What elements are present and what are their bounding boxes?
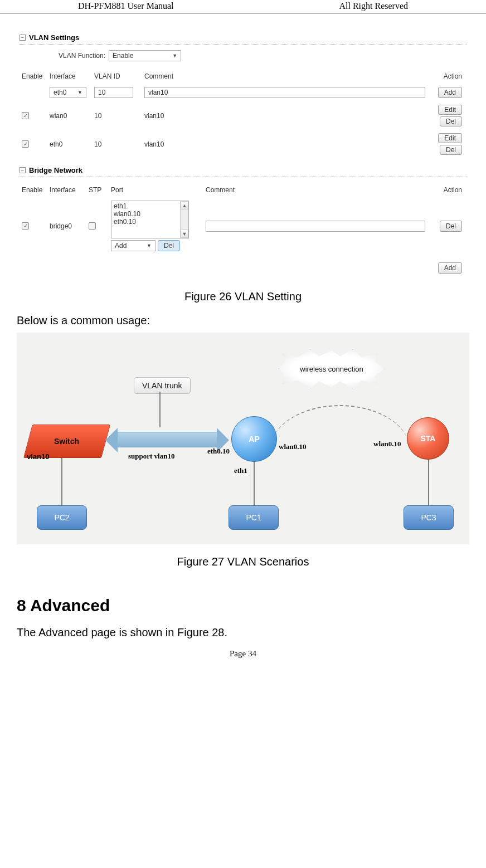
del-port-button[interactable]: Del: [158, 240, 180, 251]
wlan0-10-right-label: wlan0.10: [373, 440, 401, 448]
del-button[interactable]: Del: [440, 116, 462, 126]
port-item[interactable]: wlan0.10: [114, 210, 186, 218]
vlan-function-select[interactable]: Enable ▼: [109, 50, 181, 61]
vlan10-label: vlan10: [27, 452, 49, 461]
header-left: DH-PFM881 User Manual: [78, 1, 174, 11]
del-bridge-button[interactable]: Del: [440, 221, 462, 232]
collapse-icon: −: [20, 167, 26, 173]
vlan-settings-expander[interactable]: − VLAN Settings: [20, 33, 466, 42]
row-vlan-id: 10: [92, 130, 142, 158]
connector-line: [254, 462, 255, 505]
stp-checkbox[interactable]: [89, 222, 96, 230]
vlan-trunk-callout: VLAN trunk: [134, 377, 191, 394]
chevron-down-icon: ▼: [77, 90, 82, 95]
vlan-function-value: Enable: [113, 52, 133, 60]
edit-button[interactable]: Edit: [438, 133, 462, 143]
col-action: Action: [427, 69, 466, 84]
row-vlan-id: 10: [92, 101, 142, 130]
bridge-title: Bridge Network: [29, 166, 82, 174]
col-port: Port: [109, 183, 203, 197]
row-comment: vlan10: [142, 101, 427, 130]
arrow-up-icon: ▲: [181, 201, 188, 209]
enable-checkbox[interactable]: ✓: [22, 222, 29, 230]
page-footer: Page 34: [17, 649, 469, 659]
eth1-label: eth1: [234, 466, 247, 475]
port-item[interactable]: eth0.10: [114, 218, 186, 226]
collapse-icon: −: [20, 35, 26, 41]
add-port-value: Add: [115, 242, 127, 250]
new-interface-value: eth0: [54, 89, 66, 96]
row-interface: wlan0: [47, 101, 92, 130]
pc1-node: PC1: [229, 505, 279, 530]
usage-intro-text: Below is a common usage:: [17, 314, 469, 327]
figure-26-caption: Figure 26 VLAN Setting: [17, 290, 469, 303]
col-stp: STP: [86, 183, 109, 197]
double-arrow-icon: [117, 432, 217, 447]
chevron-down-icon: ▼: [172, 53, 177, 58]
enable-checkbox[interactable]: ✓: [22, 112, 29, 119]
new-vlan-id-input[interactable]: 10: [94, 87, 133, 98]
vlan-function-row: VLAN Function: Enable ▼: [59, 50, 466, 61]
divider: [20, 44, 466, 45]
col-enable: Enable: [20, 69, 47, 84]
edit-button[interactable]: Edit: [438, 105, 462, 115]
page-header: DH-PFM881 User Manual All Right Reserved: [0, 0, 486, 13]
vlan-settings-title: VLAN Settings: [29, 33, 79, 42]
chevron-down-icon: ▼: [147, 243, 152, 248]
pointer-line: [159, 392, 161, 427]
add-bridge-row: Add: [20, 262, 466, 274]
col-comment: Comment: [142, 69, 427, 84]
divider: [20, 177, 466, 177]
bridge-comment-input[interactable]: [206, 221, 425, 232]
figure-27-caption: Figure 27 VLAN Scenarios: [17, 555, 469, 568]
section-8-text: The Advanced page is shown in Figure 28.: [17, 626, 469, 639]
bridge-table: Enable Interface STP Port Comment Action…: [20, 183, 466, 255]
bridge-expander[interactable]: − Bridge Network: [20, 166, 466, 174]
col-interface: Interface: [47, 69, 92, 84]
port-listbox[interactable]: eth1 wlan0.10 eth0.10 ▲ ▼: [111, 201, 189, 238]
header-right: All Right Reserved: [339, 1, 408, 11]
ap-node: AP: [231, 416, 277, 462]
vlan-function-label: VLAN Function:: [59, 52, 105, 60]
enable-checkbox[interactable]: ✓: [22, 140, 29, 148]
col-interface: Interface: [47, 183, 86, 197]
add-vlan-button[interactable]: Add: [438, 87, 462, 98]
scrollbar[interactable]: ▲ ▼: [180, 201, 188, 238]
row-comment: vlan10: [142, 130, 427, 158]
new-comment-input[interactable]: vlan10: [144, 87, 425, 98]
port-item[interactable]: eth1: [114, 202, 186, 210]
wireless-connection-callout: wireless connection: [279, 349, 385, 388]
bridge-interface: bridge0: [47, 197, 86, 255]
support-vlan10-label: support vlan10: [128, 452, 174, 461]
figure-26-vlan-settings: − VLAN Settings VLAN Function: Enable ▼ …: [17, 25, 469, 279]
connector-line: [61, 458, 62, 505]
eth0-10-label: eth0.10: [207, 447, 230, 456]
sta-node: STA: [407, 417, 449, 460]
vlan-table: Enable Interface VLAN ID Comment Action …: [20, 69, 466, 158]
row-interface: eth0: [47, 130, 92, 158]
pc2-node: PC2: [37, 505, 87, 530]
del-button[interactable]: Del: [440, 145, 462, 155]
pc3-node: PC3: [404, 505, 454, 530]
add-port-select[interactable]: Add ▼: [111, 240, 155, 251]
col-comment: Comment: [203, 183, 427, 197]
col-vlan-id: VLAN ID: [92, 69, 142, 84]
new-interface-select[interactable]: eth0 ▼: [50, 87, 86, 98]
figure-27-diagram: VLAN trunk wireless connection Switch vl…: [17, 333, 469, 544]
col-action: Action: [427, 183, 466, 197]
add-bridge-button[interactable]: Add: [438, 262, 462, 274]
section-8-title: 8 Advanced: [17, 596, 469, 615]
col-enable: Enable: [20, 183, 47, 197]
connector-line: [428, 460, 429, 505]
arrow-down-icon: ▼: [181, 230, 188, 238]
